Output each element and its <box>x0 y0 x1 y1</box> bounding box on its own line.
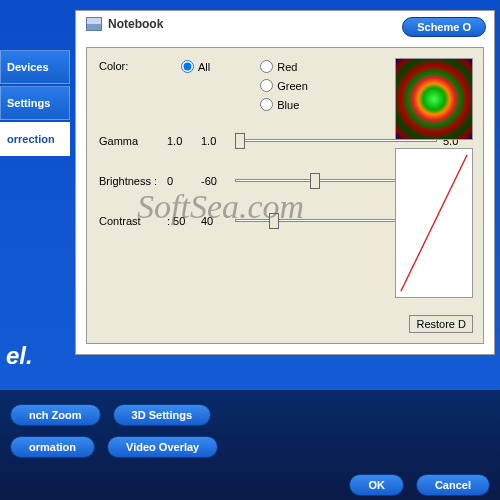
radio-green-label: Green <box>277 80 308 92</box>
brand-logo: el. <box>6 342 33 370</box>
content-area: SoftSea.com Color: All Red <box>86 47 484 344</box>
radio-green-input[interactable] <box>260 79 273 92</box>
sidebar: Devices Settings orrection <box>0 50 70 158</box>
bottom-row-3: OK Cancel <box>10 474 490 496</box>
contrast-thumb[interactable] <box>269 213 279 229</box>
notebook-icon <box>86 17 102 31</box>
color-label: Color: <box>99 60 161 72</box>
main-panel: Notebook Scheme O SoftSea.com Color: All… <box>75 10 495 355</box>
gamma-thumb[interactable] <box>235 133 245 149</box>
contrast-value: : 50 <box>167 215 195 227</box>
information-button[interactable]: ormation <box>10 436 95 458</box>
radio-blue[interactable]: Blue <box>260 98 308 111</box>
window: Media or Driver nobile Devices Settings … <box>0 0 500 500</box>
color-radio-group: Red Green Blue <box>260 60 308 111</box>
curve-svg <box>396 149 472 297</box>
panel-title-text: Notebook <box>108 17 163 31</box>
sidebar-item-correction[interactable]: orrection <box>0 122 70 156</box>
brightness-label: Brightness : <box>99 175 161 187</box>
3d-settings-button[interactable]: 3D Settings <box>113 404 212 426</box>
radio-red-input[interactable] <box>260 60 273 73</box>
video-overlay-button[interactable]: Video Overlay <box>107 436 218 458</box>
brightness-min: -60 <box>201 175 229 187</box>
scheme-button[interactable]: Scheme O <box>402 17 486 37</box>
brightness-thumb[interactable] <box>310 173 320 189</box>
launch-zoom-button[interactable]: nch Zoom <box>10 404 101 426</box>
radio-red[interactable]: Red <box>260 60 308 73</box>
sidebar-item-devices[interactable]: Devices <box>0 50 70 84</box>
color-preview <box>395 58 473 140</box>
gamma-label: Gamma <box>99 135 161 147</box>
radio-green[interactable]: Green <box>260 79 308 92</box>
gamma-value: 1.0 <box>167 135 195 147</box>
bottom-bar: nch Zoom 3D Settings ormation Video Over… <box>0 390 500 500</box>
ok-button[interactable]: OK <box>349 474 404 496</box>
bottom-row-1: nch Zoom 3D Settings <box>10 404 490 426</box>
svg-line-0 <box>401 155 467 291</box>
contrast-min: 40 <box>201 215 229 227</box>
radio-all-input[interactable] <box>181 60 194 73</box>
cancel-button[interactable]: Cancel <box>416 474 490 496</box>
restore-button[interactable]: Restore D <box>409 315 473 333</box>
radio-blue-input[interactable] <box>260 98 273 111</box>
curve-graph <box>395 148 473 298</box>
sidebar-item-settings[interactable]: Settings <box>0 86 70 120</box>
radio-blue-label: Blue <box>277 99 299 111</box>
radio-red-label: Red <box>277 61 297 73</box>
bottom-row-2: ormation Video Overlay <box>10 436 490 458</box>
gamma-min: 1.0 <box>201 135 229 147</box>
radio-all[interactable]: All <box>181 60 210 73</box>
brightness-value: 0 <box>167 175 195 187</box>
contrast-label: Contrast <box>99 215 161 227</box>
radio-all-label: All <box>198 61 210 73</box>
